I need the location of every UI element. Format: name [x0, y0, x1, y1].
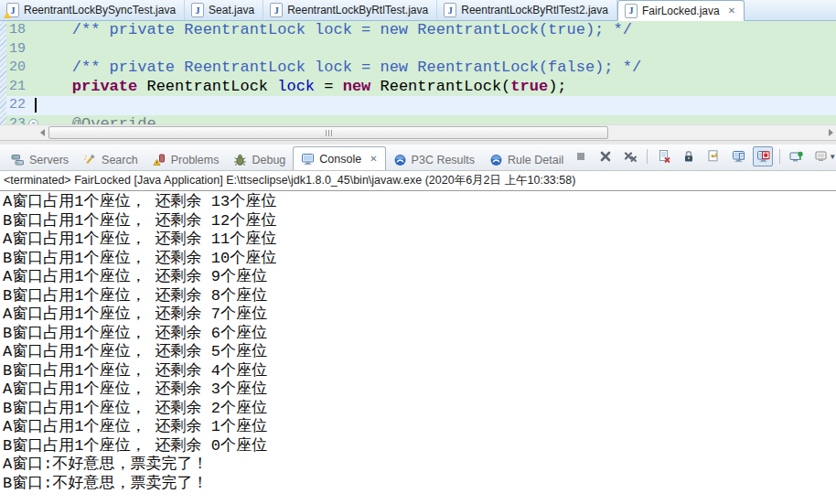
console-output-line: B窗口占用1个座位， 还剩余 12个座位: [3, 212, 836, 231]
text-caret: [35, 98, 37, 113]
console-tab-label: Search: [102, 154, 138, 166]
editor-tab-label: ReentrantLockByRtlTest.java: [287, 4, 428, 16]
console-tab-debug[interactable]: Debug: [226, 149, 293, 170]
java-file-icon: J: [625, 4, 638, 18]
editor-tab-label: ReentrantLockByRtlTest2.java: [461, 4, 608, 16]
code-line-22[interactable]: 22: [0, 96, 836, 115]
eclipse-window: JReentrantLockBySyncTest.javaJSeat.javaJ…: [0, 0, 836, 504]
code-token: ReentrantLock: [137, 78, 277, 95]
show-stdout-button[interactable]: [728, 146, 748, 166]
scroll-left-arrow-icon[interactable]: [40, 129, 45, 136]
console-tab-console[interactable]: Console✕: [293, 146, 385, 171]
code-token: [35, 115, 72, 125]
console-output-line: B窗口占用1个座位， 还剩余 2个座位: [3, 400, 836, 419]
horizontal-scrollbar[interactable]: [0, 124, 836, 140]
line-number: 21: [9, 78, 26, 97]
code-line-19[interactable]: 19: [0, 40, 836, 59]
console-tab-label: Rule Detail: [508, 154, 563, 166]
console-output[interactable]: A窗口占用1个座位， 还剩余 13个座位B窗口占用1个座位， 还剩余 12个座位…: [0, 191, 836, 504]
console-tab-label: Servers: [29, 154, 69, 166]
java-file-icon: J: [444, 3, 456, 17]
remove-launch-button[interactable]: [595, 146, 616, 166]
editor-tab-label: Seat.java: [209, 4, 254, 16]
code-token: lock: [277, 78, 315, 95]
code-editor[interactable]: 18 /** private ReentrantLock lock = new …: [0, 21, 836, 124]
editor-tabbar: JReentrantLockBySyncTest.javaJSeat.javaJ…: [0, 0, 836, 21]
close-icon[interactable]: ✕: [728, 5, 735, 16]
console-output-line: B窗口占用1个座位， 还剩余 10个座位: [3, 250, 836, 269]
scroll-right-arrow-icon[interactable]: [829, 129, 833, 136]
scrollbar-thumb[interactable]: [48, 126, 608, 139]
console-tab-problems[interactable]: Problems: [145, 149, 227, 170]
code-token: /** private ReentrantLock lock = new Ree…: [72, 59, 641, 76]
scrollbar-grip-icon: [328, 130, 329, 136]
editor-tab-reentrantlockbyrtltest2-java[interactable]: JReentrantLockByRtlTest2.java: [437, 0, 617, 20]
close-icon[interactable]: ✕: [370, 154, 377, 164]
code-rows: 18 /** private ReentrantLock lock = new …: [0, 21, 836, 124]
console-tab-search[interactable]: Search: [76, 149, 145, 170]
console-tabbar: ServersSearchProblemsDebugConsole✕P3C Re…: [0, 145, 836, 171]
editor-tab-label: ReentrantLockBySyncTest.java: [24, 4, 176, 16]
code-line-20[interactable]: 20 /** private ReentrantLock lock = new …: [0, 59, 836, 78]
code-token: ReentrantLock(: [370, 78, 510, 95]
console-tab-p3c-results[interactable]: P3C Results: [386, 149, 482, 170]
console-output-line: B窗口:不好意思，票卖完了！: [3, 475, 836, 494]
code-line-18[interactable]: 18 /** private ReentrantLock lock = new …: [0, 21, 836, 40]
toolbar-separator: [779, 149, 780, 164]
servers-icon: [11, 154, 25, 166]
console-output-line: B窗口占用1个座位， 还剩余 8个座位: [3, 287, 836, 306]
code-token: private: [72, 78, 137, 95]
console-tabs: ServersSearchProblemsDebugConsole✕P3C Re…: [4, 145, 571, 170]
console-tab-label: P3C Results: [412, 154, 475, 166]
console-title-line: <terminated> FairLocked [Java Applicatio…: [0, 171, 836, 191]
console-output-line: A窗口占用1个座位， 还剩余 1个座位: [3, 418, 836, 437]
code-line-23[interactable]: 23− @Override: [0, 115, 836, 125]
debug-icon: [233, 154, 247, 166]
show-stderr-button[interactable]: [753, 146, 773, 166]
editor-tab-fairlocked-java[interactable]: JFairLocked.java✕: [617, 0, 745, 21]
scroll-lock-button[interactable]: [679, 146, 699, 166]
code-line-21[interactable]: 21 private ReentrantLock lock = new Reen…: [0, 78, 836, 97]
line-number: 18: [9, 21, 26, 40]
code-text[interactable]: [35, 96, 836, 115]
console-icon: [301, 153, 315, 166]
console-tab-rule-detail[interactable]: Rule Detail: [482, 149, 571, 170]
console-output-line: A窗口占用1个座位， 还剩余 3个座位: [3, 381, 836, 400]
remove-all-terminated-button[interactable]: [620, 146, 640, 166]
editor-tab-label: FairLocked.java: [642, 5, 720, 17]
pin-console-button[interactable]: [787, 146, 807, 166]
console-output-line: A窗口占用1个座位， 还剩余 9个座位: [3, 268, 836, 287]
code-text[interactable]: private ReentrantLock lock = new Reentra…: [35, 78, 836, 97]
toolbar-separator: [647, 149, 648, 164]
line-number: 23: [9, 115, 26, 125]
code-token: true: [510, 78, 548, 95]
code-text[interactable]: [35, 40, 836, 59]
editor-tab-reentrantlockbysynctest-java[interactable]: JReentrantLockBySyncTest.java: [0, 0, 185, 20]
console-tab-servers[interactable]: Servers: [4, 149, 76, 170]
code-token: );: [548, 78, 566, 95]
console-output-line: A窗口:不好意思，票卖完了！: [3, 456, 836, 475]
problems-icon: [153, 154, 166, 166]
editor-tab-reentrantlockbyrtltest-java[interactable]: JReentrantLockByRtlTest.java: [263, 0, 437, 20]
code-text[interactable]: /** private ReentrantLock lock = new Ree…: [35, 21, 836, 40]
console-output-line: B窗口占用1个座位， 还剩余 4个座位: [3, 362, 836, 381]
word-wrap-button[interactable]: [703, 146, 723, 166]
code-token: new: [343, 78, 371, 95]
line-number: 22: [9, 96, 26, 115]
code-text[interactable]: /** private ReentrantLock lock = new Ree…: [35, 59, 836, 78]
annotation-column: [0, 21, 6, 124]
editor-tab-seat-java[interactable]: JSeat.java: [185, 0, 263, 20]
console-output-line: B窗口占用1个座位， 还剩余 0个座位: [3, 437, 836, 456]
dropdown-arrow-icon[interactable]: ▼: [829, 153, 836, 161]
console-output-line: A窗口占用1个座位， 还剩余 13个座位: [3, 193, 836, 212]
console-tab-label: Problems: [171, 154, 220, 166]
code-token: @Override: [72, 115, 156, 125]
console-output-line: B窗口占用1个座位， 还剩余 6个座位: [3, 325, 836, 344]
terminate-button[interactable]: [571, 146, 591, 166]
display-console-button[interactable]: ▼: [811, 146, 836, 166]
java-file-icon: J: [6, 3, 19, 17]
clear-console-button[interactable]: [654, 146, 674, 166]
code-token: /** private ReentrantLock lock = new Ree…: [72, 21, 632, 38]
p3c-icon: [393, 154, 407, 166]
code-text[interactable]: @Override: [35, 115, 836, 125]
